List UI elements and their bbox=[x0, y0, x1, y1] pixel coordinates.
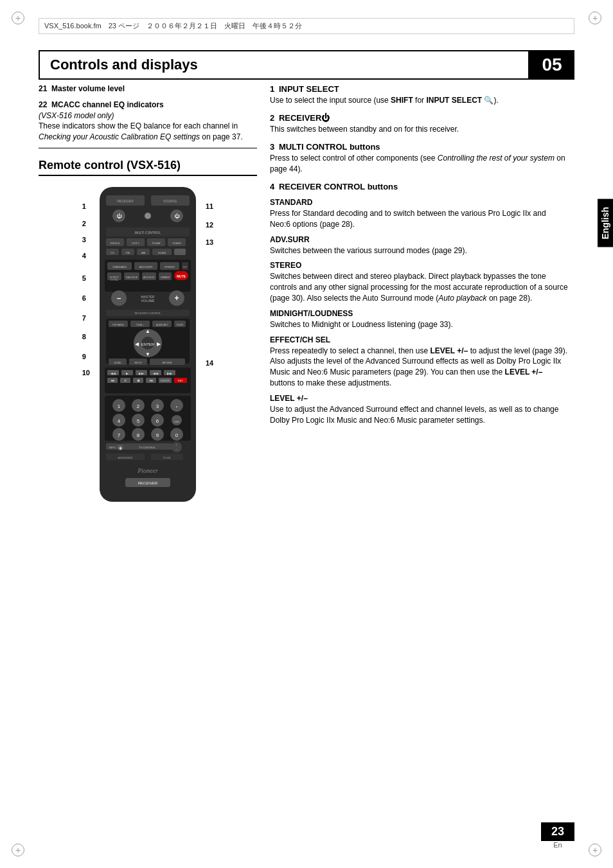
label-11: 11 bbox=[206, 203, 213, 210]
subsection-effect-body: Press repeatedly to select a channel, th… bbox=[270, 346, 568, 389]
svg-text:RECEIVER CONTROL: RECEIVER CONTROL bbox=[134, 312, 161, 315]
svg-text:–: – bbox=[117, 294, 121, 303]
svg-text:SETUP: SETUP bbox=[134, 362, 142, 364]
svg-text:TV/SAT: TV/SAT bbox=[152, 242, 161, 245]
section1-title: INPUT SELECT bbox=[279, 84, 339, 94]
section4-title: RECEIVER CONTROL buttons bbox=[279, 182, 398, 191]
section2-body: This switches between standby and on for… bbox=[270, 125, 459, 134]
svg-text:TUNE +: TUNE + bbox=[136, 324, 145, 326]
svg-text:+: + bbox=[174, 294, 179, 303]
svg-text:•: • bbox=[176, 405, 177, 409]
section22: 22 MCACC channel EQ indicators (VSX-516 … bbox=[39, 100, 257, 143]
main-content: 21 Master volume level 22 MCACC channel … bbox=[39, 84, 568, 507]
svg-text:TV CONTROL: TV CONTROL bbox=[139, 446, 156, 449]
svg-text:RECEIVER: RECEIVER bbox=[117, 199, 134, 203]
svg-text:0: 0 bbox=[175, 432, 179, 438]
svg-text:ADV.SURR: ADV.SURR bbox=[139, 265, 152, 269]
svg-text:SHF: SHF bbox=[174, 420, 180, 423]
svg-text:ACOUSTIC: ACOUSTIC bbox=[143, 276, 155, 279]
section21: 21 Master volume level bbox=[39, 84, 257, 94]
section-2: 2 RECEIVER⏻ This switches between standb… bbox=[270, 112, 568, 135]
svg-text:AUDIO ATT: AUDIO ATT bbox=[156, 324, 168, 326]
section22-num: 22 bbox=[39, 100, 47, 109]
language-tab: English bbox=[598, 199, 613, 247]
svg-text:TV VOL: TV VOL bbox=[163, 457, 172, 459]
label-10: 10 bbox=[82, 369, 90, 376]
reg-mark-br bbox=[589, 844, 601, 856]
svg-rect-28 bbox=[174, 249, 186, 255]
svg-text:REC: REC bbox=[178, 379, 184, 382]
label-4: 4 bbox=[82, 252, 90, 260]
svg-text:RETURN: RETURN bbox=[163, 362, 172, 364]
subsection-standard-body: Press for Standard decoding and to switc… bbox=[270, 208, 568, 230]
page-number-area: 23 En bbox=[541, 822, 574, 849]
left-column: 21 Master volume level 22 MCACC channel … bbox=[39, 84, 257, 507]
section2-title: RECEIVER⏻ bbox=[279, 113, 330, 123]
remote-image: RECEIVER SOURCE ⏻ ⏻ MULTI CONTROL bbox=[93, 184, 202, 507]
svg-text:SLP: SLP bbox=[183, 266, 188, 269]
svg-text:⏸: ⏸ bbox=[124, 378, 127, 382]
svg-text:◀◀: ◀◀ bbox=[153, 371, 158, 375]
subsection-stereo-body: Switches between direct and stereo playb… bbox=[270, 271, 568, 303]
label-1: 1 bbox=[82, 203, 90, 210]
svg-text:1: 1 bbox=[118, 403, 121, 409]
subsection-level-title: LEVEL +/– bbox=[270, 394, 568, 403]
subsection-advsurr-title: ADV.SURR bbox=[270, 235, 568, 244]
chapter-title: Controls and displays bbox=[39, 50, 529, 80]
svg-text:MUTE: MUTE bbox=[177, 274, 186, 278]
reg-mark-bl bbox=[12, 844, 24, 856]
section3-num: 3 bbox=[270, 142, 274, 152]
top-bar: VSX_516.book.fm 23 ページ ２００６年２月２１日 火曜日 午後… bbox=[39, 18, 574, 34]
chapter-header: Controls and displays 05 bbox=[39, 50, 574, 80]
svg-text:STANDARD: STANDARD bbox=[112, 265, 127, 269]
svg-point-7 bbox=[145, 213, 151, 219]
page-en: En bbox=[541, 841, 574, 849]
section-4: 4 RECEIVER CONTROL buttons STANDARD Pres… bbox=[270, 181, 568, 426]
svg-text:MULTI CONTROL: MULTI CONTROL bbox=[135, 231, 161, 235]
svg-text:DIMMER: DIMMER bbox=[161, 276, 170, 279]
chapter-number: 05 bbox=[529, 50, 574, 80]
label-5: 5 bbox=[82, 275, 90, 282]
right-column: 1 INPUT SELECT Use to select the input s… bbox=[270, 84, 568, 507]
section21-title: Master volume level bbox=[51, 84, 125, 93]
svg-text:AM: AM bbox=[141, 251, 145, 254]
svg-text:⏻: ⏻ bbox=[174, 213, 180, 219]
section3-title: MULTI CONTROL buttons bbox=[279, 142, 380, 152]
svg-text:T.EDIT: T.EDIT bbox=[177, 324, 184, 326]
svg-text:9: 9 bbox=[156, 432, 159, 438]
svg-text:⏮: ⏮ bbox=[111, 378, 114, 382]
section22-body: These indicators show the EQ balance for… bbox=[39, 121, 243, 141]
svg-text:⏻: ⏻ bbox=[119, 446, 122, 450]
svg-text:7: 7 bbox=[118, 432, 121, 438]
svg-text:FM: FM bbox=[126, 251, 130, 254]
svg-text:6: 6 bbox=[156, 418, 159, 424]
svg-text:4: 4 bbox=[118, 418, 121, 424]
remote-section-title: Remote control (VSX-516) bbox=[39, 159, 257, 176]
svg-text:TUNER: TUNER bbox=[172, 242, 181, 245]
section2-num: 2 bbox=[270, 113, 274, 123]
remote-control-area: 1 2 3 4 5 6 7 8 9 10 RECEIVER bbox=[39, 184, 257, 507]
svg-text:◀◀: ◀◀ bbox=[111, 371, 116, 375]
subsection-stereo-title: STEREO bbox=[270, 261, 568, 270]
svg-text:TOP MENU: TOP MENU bbox=[112, 324, 125, 326]
section1-num: 1 bbox=[270, 84, 274, 94]
svg-text:VOLUME: VOLUME bbox=[141, 299, 155, 303]
svg-text:GUIDE: GUIDE bbox=[158, 251, 166, 254]
svg-text:2: 2 bbox=[137, 403, 140, 409]
page-number: 23 bbox=[541, 822, 574, 841]
remote-svg: RECEIVER SOURCE ⏻ ⏻ MULTI CONTROL bbox=[93, 184, 202, 505]
svg-text:3: 3 bbox=[156, 403, 159, 409]
svg-text:AUDIO/VIDEO: AUDIO/VIDEO bbox=[118, 457, 133, 459]
reg-mark-tl bbox=[12, 12, 24, 24]
svg-text:▼: ▼ bbox=[145, 351, 150, 357]
section3-body: Press to select control of other compone… bbox=[270, 154, 565, 173]
section22-subtitle: (VSX-516 model only) bbox=[39, 111, 114, 120]
section-3: 3 MULTI CONTROL buttons Press to select … bbox=[270, 141, 568, 175]
left-divider bbox=[39, 148, 257, 148]
svg-text:⏻: ⏻ bbox=[116, 213, 122, 219]
label-14-spacer bbox=[206, 256, 213, 263]
reg-mark-tr bbox=[589, 12, 601, 24]
label-6: 6 bbox=[82, 295, 90, 302]
svg-text:VCR 1: VCR 1 bbox=[132, 242, 140, 245]
svg-text:/CH SEL: /CH SEL bbox=[111, 279, 118, 281]
